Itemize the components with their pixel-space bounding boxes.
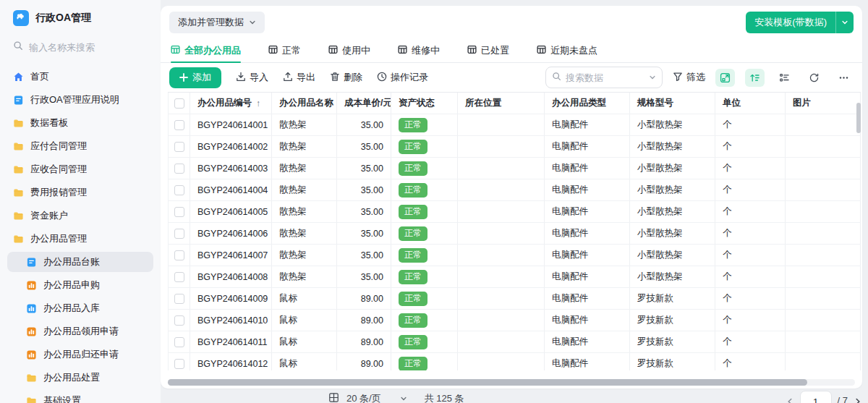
refresh-button[interactable] [804, 69, 824, 87]
column-header[interactable]: 图片 [786, 93, 861, 114]
row-checkbox[interactable] [174, 337, 184, 347]
sidebar-item[interactable]: 办公用品领用申请 [7, 321, 153, 342]
export-button[interactable]: 导出 [283, 71, 315, 84]
sidebar-item[interactable]: 应付合同管理 [7, 136, 153, 156]
delete-button[interactable]: 删除 [330, 71, 362, 84]
chart-orange-icon [26, 280, 37, 291]
column-header[interactable]: 资产状态 [391, 93, 458, 114]
install-template-caret[interactable] [835, 12, 854, 33]
row-checkbox[interactable] [174, 315, 184, 326]
page-size-select[interactable]: 20 条/页 [346, 392, 407, 403]
tab-label: 全部办公用品 [184, 44, 241, 57]
column-header[interactable]: 所在位置 [458, 93, 545, 114]
cell-unit: 个 [715, 245, 786, 266]
search-options-caret[interactable] [649, 74, 656, 81]
vertical-scrollbar[interactable] [856, 103, 861, 133]
import-button[interactable]: 导入 [236, 71, 268, 84]
row-checkbox[interactable] [174, 120, 184, 130]
sidebar-item[interactable]: 办公用品入库 [7, 298, 153, 318]
column-header[interactable]: 单位 [715, 93, 786, 114]
table-row[interactable]: BGYP240614004散热架35.00正常电脑配件小型散热架个 [168, 179, 861, 201]
cell-unit: 个 [715, 114, 786, 135]
cell-code: BGYP240614001 [190, 114, 272, 135]
sidebar-item[interactable]: 基础设置 [7, 391, 153, 403]
sidebar-item[interactable]: 行政OA管理应用说明 [7, 90, 153, 110]
column-header[interactable]: 规格型号 [630, 93, 715, 114]
table-row[interactable]: BGYP240614002散热架35.00正常电脑配件小型散热架个 [168, 136, 861, 158]
view-tab[interactable]: 使用中 [328, 39, 370, 62]
table-row[interactable]: BGYP240614007散热架35.00正常电脑配件小型散热架个 [168, 245, 861, 266]
table-row[interactable]: BGYP240614009鼠标89.00正常电脑配件罗技新款个 [168, 288, 861, 310]
column-header[interactable]: 办公用品类型 [545, 93, 630, 114]
sidebar-item[interactable]: 办公用品管理 [7, 229, 153, 249]
cell-status: 正常 [391, 114, 458, 135]
table-search[interactable] [545, 67, 663, 88]
cell-location [458, 179, 545, 200]
row-checkbox[interactable] [174, 142, 184, 152]
install-template-label[interactable]: 安装模板(带数据) [746, 12, 835, 33]
sidebar-item[interactable]: 办公用品申购 [7, 275, 153, 295]
row-checkbox[interactable] [174, 359, 184, 369]
table-row[interactable]: BGYP240614008散热架35.00正常电脑配件小型散热架个 [168, 266, 861, 288]
add-button[interactable]: 添加 [169, 67, 221, 88]
row-checkbox[interactable] [174, 294, 184, 304]
cell-status: 正常 [391, 288, 458, 309]
cell-status: 正常 [391, 201, 458, 222]
expand-record-button[interactable] [715, 69, 735, 87]
sidebar-item[interactable]: 办公用品归还申请 [7, 344, 153, 365]
column-header[interactable]: 办公用品名称 [272, 93, 337, 114]
view-tab[interactable]: 全部办公用品 [171, 39, 241, 62]
sidebar-item[interactable]: 办公用品处置 [7, 368, 153, 388]
install-template-button[interactable]: 安装模板(带数据) [746, 12, 854, 33]
search-icon [552, 71, 561, 84]
table-row[interactable]: BGYP240614006散热架35.00正常电脑配件小型散热架个 [168, 223, 861, 245]
row-sort-button[interactable] [745, 69, 765, 87]
table-row[interactable]: BGYP240614003散热架35.00正常电脑配件小型散热架个 [168, 158, 861, 179]
table-search-input[interactable] [566, 72, 638, 83]
view-tab[interactable]: 正常 [268, 39, 301, 62]
manage-data-dropdown[interactable]: 添加并管理数据 [169, 12, 265, 33]
folder-icon [26, 373, 37, 383]
prev-page-button[interactable] [786, 391, 794, 403]
cell-status: 正常 [391, 331, 458, 352]
horizontal-scrollbar[interactable] [168, 379, 807, 386]
sidebar-item[interactable]: 数据看板 [7, 113, 153, 133]
select-all-checkbox[interactable] [174, 98, 184, 109]
history-button[interactable]: 操作记录 [377, 71, 428, 84]
cell-price: 35.00 [337, 245, 391, 266]
table-row[interactable]: BGYP240614010鼠标89.00正常电脑配件罗技新款个 [168, 310, 861, 331]
cell-type: 电脑配件 [545, 179, 630, 200]
next-page-button[interactable] [854, 391, 862, 403]
filter-button[interactable]: 筛选 [673, 71, 705, 84]
view-tab[interactable]: 维修中 [398, 39, 440, 62]
sidebar-item[interactable]: 应收合同管理 [7, 159, 153, 179]
sidebar-search[interactable] [7, 35, 153, 64]
table-row[interactable]: BGYP240614001散热架35.00正常电脑配件小型散热架个 [168, 114, 861, 136]
sidebar-item[interactable]: 办公用品台账 [7, 252, 153, 272]
sidebar-search-input[interactable] [29, 42, 137, 53]
row-checkbox[interactable] [174, 229, 184, 239]
cell-code: BGYP240614010 [190, 310, 272, 331]
row-checkbox[interactable] [174, 185, 184, 195]
cell-model: 小型散热架 [630, 158, 715, 179]
cell-price: 35.00 [337, 136, 391, 157]
cell-name: 散热架 [272, 245, 337, 266]
row-checkbox[interactable] [174, 250, 184, 260]
row-checkbox[interactable] [174, 272, 184, 282]
column-header[interactable]: 办公用品编号↑ [190, 93, 272, 114]
group-button[interactable] [775, 69, 794, 87]
row-checkbox[interactable] [174, 164, 184, 174]
sidebar-item[interactable]: 资金账户 [7, 205, 153, 226]
page-number-input[interactable] [800, 391, 832, 403]
sidebar-item[interactable]: 费用报销管理 [7, 182, 153, 203]
table-row[interactable]: BGYP240614011鼠标89.00正常电脑配件罗技新款个 [168, 331, 861, 353]
sidebar-item[interactable]: 首页 [7, 67, 153, 87]
column-header[interactable]: 成本单价/元 [337, 93, 391, 114]
cell-model: 小型散热架 [630, 114, 715, 135]
view-tab[interactable]: 已处置 [467, 39, 509, 62]
table-row[interactable]: BGYP240614005散热架35.00正常电脑配件小型散热架个 [168, 201, 861, 223]
table-row[interactable]: BGYP240614012鼠标89.00正常电脑配件罗技新款个 [168, 353, 861, 370]
more-button[interactable] [834, 69, 854, 87]
row-checkbox[interactable] [174, 207, 184, 217]
view-tab[interactable]: 近期未盘点 [537, 39, 597, 62]
